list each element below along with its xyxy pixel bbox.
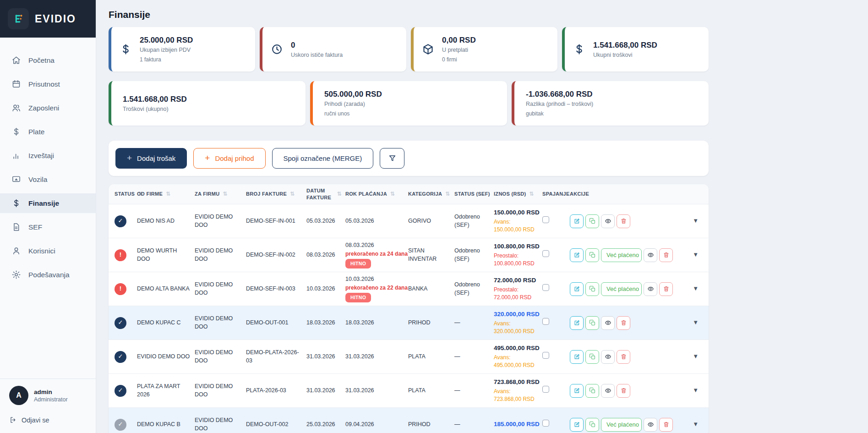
merge-checkbox[interactable] (542, 386, 549, 393)
edit-button[interactable] (570, 418, 584, 432)
sidebar-item-korisnici[interactable]: Korisnici (0, 241, 96, 261)
add-expense-label: Dodaj trošak (137, 154, 175, 162)
delete-button[interactable] (617, 316, 630, 330)
stat-card-label: Razlika (prihodi – troškovi) (526, 101, 593, 107)
paid-button-label: Već plaćeno (606, 421, 639, 428)
delete-button[interactable] (659, 282, 673, 296)
merge-checkbox[interactable] (542, 420, 549, 427)
cell-od-firme: EVIDIO DEMO DOO (137, 353, 195, 361)
merge-checkbox[interactable] (542, 352, 549, 359)
user-box: A admin Administrator Odjavi se (0, 378, 96, 433)
merge-selected-button[interactable]: Spoji označene (MERGE) (272, 148, 374, 169)
user-name: admin (34, 389, 68, 395)
sidebar-item-vozila[interactable]: Vozila (0, 170, 96, 189)
edit-button[interactable] (570, 214, 584, 228)
merge-checkbox[interactable] (542, 250, 549, 257)
sidebar-item-podesavanja[interactable]: Podešavanja (0, 265, 96, 285)
stat-card-value: 1.541.668,00 RSD (593, 41, 657, 50)
view-button[interactable] (601, 214, 615, 228)
column-header: Broj fakture⇅ (246, 190, 306, 197)
pencil-icon (573, 252, 580, 258)
duplicate-button[interactable] (585, 214, 599, 228)
delete-button[interactable] (617, 384, 630, 398)
view-button[interactable] (601, 316, 615, 330)
sort-icon[interactable]: ⇅ (390, 190, 395, 197)
sort-icon[interactable]: ⇅ (290, 190, 295, 197)
pencil-icon (573, 353, 580, 360)
copy-icon (589, 252, 596, 258)
duplicate-button[interactable] (585, 248, 599, 262)
sidebar-item-zaposleni[interactable]: Zaposleni (0, 98, 96, 118)
cell-kategorija: PRIHOD (408, 319, 454, 327)
sort-icon[interactable]: ⇅ (530, 190, 534, 197)
table-row: ✓PLATA ZA MART 2026EVIDIO DEMO DOOPLATA-… (109, 374, 709, 408)
edit-button[interactable] (570, 316, 584, 330)
view-button[interactable] (644, 418, 657, 432)
add-income-button[interactable]: + Dodaj prihod (193, 148, 265, 169)
screen-icon (11, 175, 21, 184)
paid-button-label: Već plaćeno (606, 252, 639, 258)
cell-broj-fakture: DEMO-OUT-001 (246, 319, 306, 327)
duplicate-button[interactable] (585, 282, 599, 296)
duplicate-button[interactable] (585, 418, 599, 432)
sort-icon[interactable]: ⇅ (166, 190, 170, 197)
paid-button[interactable]: Već plaćeno (601, 248, 642, 262)
cell-status-sef: — (454, 421, 494, 429)
merge-checkbox[interactable] (542, 284, 549, 291)
delete-button[interactable] (617, 214, 630, 228)
sidebar-item-sef[interactable]: SEF (0, 217, 96, 237)
cell-od-firme: PLATA ZA MART 2026 (137, 383, 195, 399)
sort-icon[interactable]: ⇅ (337, 190, 342, 197)
sidebar-item-pocetna[interactable]: Početna (0, 50, 96, 70)
rok-date: 31.03.2026 (345, 387, 404, 395)
merge-checkbox[interactable] (542, 318, 549, 325)
delete-button[interactable] (659, 418, 673, 432)
cell-kategorija: PRIHOD (408, 421, 454, 429)
stat-card-value: 0 (291, 41, 343, 50)
expand-row-button[interactable]: ▼ (693, 318, 699, 327)
column-header: Za firmu⇅ (195, 190, 246, 197)
view-button[interactable] (644, 248, 657, 262)
expand-row-button[interactable]: ▼ (693, 217, 699, 225)
cell-za-firmu: EVIDIO DEMO DOO (195, 281, 246, 297)
logout-button[interactable]: Odjavi se (9, 414, 87, 428)
filter-button[interactable] (380, 148, 404, 169)
cell-za-firmu: EVIDIO DEMO DOO (195, 315, 246, 331)
sort-icon[interactable]: ⇅ (223, 190, 228, 197)
expand-row-button[interactable]: ▼ (693, 420, 699, 428)
sidebar-item-izvestaji[interactable]: Izveštaji (0, 146, 96, 165)
sidebar-item-prisutnost[interactable]: Prisutnost (0, 74, 96, 94)
expand-row-button[interactable]: ▼ (693, 251, 699, 259)
cell-datum-fakture: 10.03.2026 (306, 285, 345, 293)
cell-akcije (570, 384, 677, 398)
stat-card: 1.541.668,00 RSDTroškovi (ukupno) (109, 81, 306, 126)
delete-button[interactable] (617, 350, 630, 364)
logout-label: Odjavi se (22, 417, 49, 424)
edit-button[interactable] (570, 384, 584, 398)
expand-row-button[interactable]: ▼ (693, 352, 699, 361)
column-header: Rok plaćanja⇅ (345, 190, 408, 197)
expand-row-button[interactable]: ▼ (693, 285, 699, 293)
add-expense-button[interactable]: + Dodaj trošak (115, 148, 187, 169)
paid-button[interactable]: Već plaćeno (601, 282, 642, 296)
duplicate-button[interactable] (585, 384, 599, 398)
sidebar-item-label: Zaposleni (28, 104, 59, 112)
edit-button[interactable] (570, 282, 584, 296)
edit-button[interactable] (570, 248, 584, 262)
cell-rok-placanja: 18.03.2026 (345, 319, 408, 327)
view-button[interactable] (644, 282, 657, 296)
sidebar-item-finansije[interactable]: Finansije (0, 193, 96, 213)
view-button[interactable] (601, 350, 615, 364)
edit-button[interactable] (570, 350, 584, 364)
delete-button[interactable] (659, 248, 673, 262)
expand-row-button[interactable]: ▼ (693, 386, 699, 395)
duplicate-button[interactable] (585, 316, 599, 330)
merge-checkbox[interactable] (542, 216, 549, 223)
sidebar-item-plate[interactable]: Plate (0, 122, 96, 142)
paid-button[interactable]: Već plaćeno (601, 418, 642, 432)
sort-icon[interactable]: ⇅ (445, 190, 450, 197)
cell-broj-fakture: PLATA-2026-03 (246, 387, 306, 395)
view-button[interactable] (601, 384, 615, 398)
duplicate-button[interactable] (585, 350, 599, 364)
filter-funnel-icon (388, 154, 397, 163)
